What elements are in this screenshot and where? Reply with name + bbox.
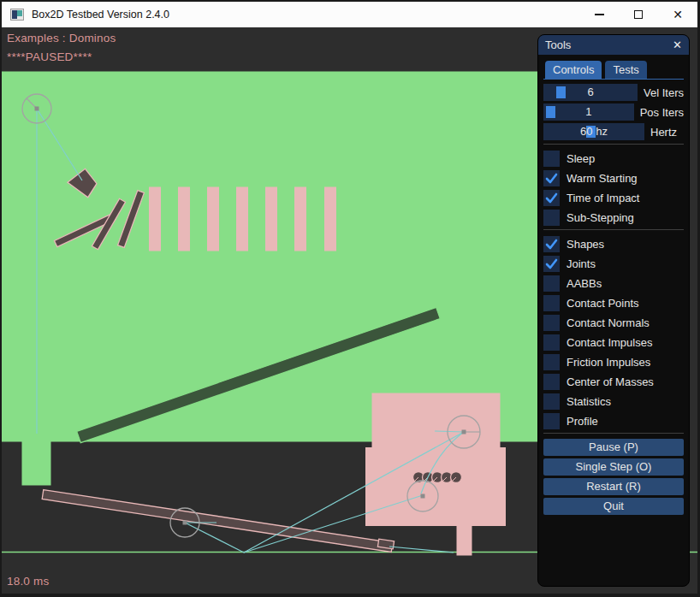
checkbox-label: Sleep [567,152,595,165]
slider-row: 1 Pos Iters [543,103,684,121]
panel-button[interactable]: Restart (R) [543,478,684,495]
checkbox[interactable] [543,393,560,410]
tab-bar: ControlsTests [543,61,684,80]
checkbox[interactable] [543,256,560,272]
checkbox-label: Warm Starting [567,172,638,185]
tools-panel: Tools ✕ ControlsTests 6 Vel Iters [537,34,690,587]
window-controls: ✕ [579,2,697,27]
action-button-group: Pause (P)Single Step (O)Restart (R)Quit [543,439,684,515]
checkbox-row[interactable]: Shapes [543,235,684,252]
check-icon [543,170,560,186]
panel-button[interactable]: Quit [543,498,684,515]
checkbox[interactable] [543,374,560,390]
checkbox[interactable] [543,275,560,292]
joint-anchor [462,430,466,434]
panel-button[interactable]: Single Step (O) [543,458,684,476]
slider-track[interactable]: 60 hz [543,123,644,140]
slider-group: 6 Vel Iters 1 Pos Iters [543,84,684,140]
domino [152,190,158,248]
checkbox-row[interactable]: Sleep [543,150,684,167]
checkbox[interactable] [543,151,560,167]
tools-panel-titlebar[interactable]: Tools ✕ [538,35,689,55]
joint-anchor [35,107,39,111]
checkbox-label: Friction Impulses [567,356,650,369]
checkbox[interactable] [543,334,560,351]
draw-toggle-group: Shapes Joints [543,235,684,429]
checkbox-row[interactable]: Sub-Stepping [543,209,684,226]
checkbox-row[interactable]: Time of Impact [543,189,684,206]
checkbox-label: Shapes [567,238,604,251]
joint-anchor [421,494,425,499]
minimize-button[interactable] [579,2,619,27]
domino [328,190,334,248]
checkbox[interactable] [543,295,560,311]
panel-close-icon[interactable]: ✕ [673,38,682,51]
checkbox-row[interactable]: AABBs [543,275,684,292]
checkbox-label: Statistics [567,395,611,408]
slider-value: 1 [543,103,634,121]
checkbox[interactable] [543,315,560,331]
checkbox[interactable] [543,413,560,429]
checkbox-row[interactable]: Joints [543,255,684,272]
checkbox-label: Contact Impulses [567,336,652,349]
checkbox-row[interactable]: Profile [543,412,684,429]
checkbox-label: AABBs [567,277,602,290]
checkbox[interactable] [543,354,560,370]
tools-panel-body: ControlsTests 6 Vel Iters 1 [538,55,689,515]
slider-label: Hertz [650,126,677,139]
checkbox[interactable] [543,210,560,226]
checkbox[interactable] [543,190,560,206]
joint-anchor [183,521,187,525]
checkbox-row[interactable]: Friction Impulses [543,353,684,370]
window-title: Box2D Testbed Version 2.4.0 [32,9,169,21]
domino [211,190,217,248]
maximize-button[interactable] [619,2,658,27]
platform [21,249,377,264]
paused-label: ****PAUSED**** [7,50,92,63]
checkbox-label: Profile [567,415,598,428]
seesaw-plank [42,490,393,553]
slider-track[interactable]: 6 [543,84,638,101]
check-icon [543,190,560,206]
close-button[interactable]: ✕ [658,2,697,27]
checkbox-row[interactable]: Contact Points [543,294,684,311]
close-icon: ✕ [673,9,683,21]
checkbox-label: Contact Points [567,297,639,310]
physics-canvas[interactable]: Examples : Dominos ****PAUSED**** 18.0 m… [2,27,697,594]
checkbox[interactable] [543,236,560,252]
checkbox-row[interactable]: Contact Impulses [543,334,684,351]
check-icon [543,236,560,252]
checkbox-label: Joints [567,257,596,270]
frame-time-label: 18.0 ms [7,575,49,588]
maximize-icon [634,10,643,19]
slider-value: 60 hz [543,123,644,140]
app-window: Box2D Testbed Version 2.4.0 ✕ Examples :… [0,0,700,597]
separator [543,144,684,145]
domino [298,190,304,248]
tab[interactable]: Controls [545,61,602,79]
separator [543,229,684,230]
separator [543,433,684,434]
tools-panel-title: Tools [545,38,571,51]
tab[interactable]: Tests [605,61,646,79]
sim-toggle-group: Sleep Warm Starting [543,150,684,226]
os-title-bar: Box2D Testbed Version 2.4.0 ✕ [2,2,697,27]
check-icon [543,256,560,272]
example-label: Examples : Dominos [7,32,116,44]
slider-value: 6 [543,84,638,101]
domino [181,190,187,248]
checkbox-row[interactable]: Statistics [543,393,684,410]
checkbox[interactable] [543,170,560,186]
checkbox-row[interactable]: Warm Starting [543,169,684,186]
minimize-icon [595,14,604,15]
checkbox-label: Time of Impact [567,192,639,204]
app-icon [10,9,24,21]
slider-row: 6 Vel Iters [543,84,684,101]
checkbox-label: Contact Normals [567,316,650,329]
slider-row: 60 hz Hertz [543,123,684,140]
checkbox-row[interactable]: Center of Masses [543,373,684,390]
panel-button[interactable]: Pause (P) [543,439,684,456]
slider-track[interactable]: 1 [543,103,634,121]
checkbox-row[interactable]: Contact Normals [543,314,684,331]
checkbox-label: Sub-Stepping [567,211,634,224]
